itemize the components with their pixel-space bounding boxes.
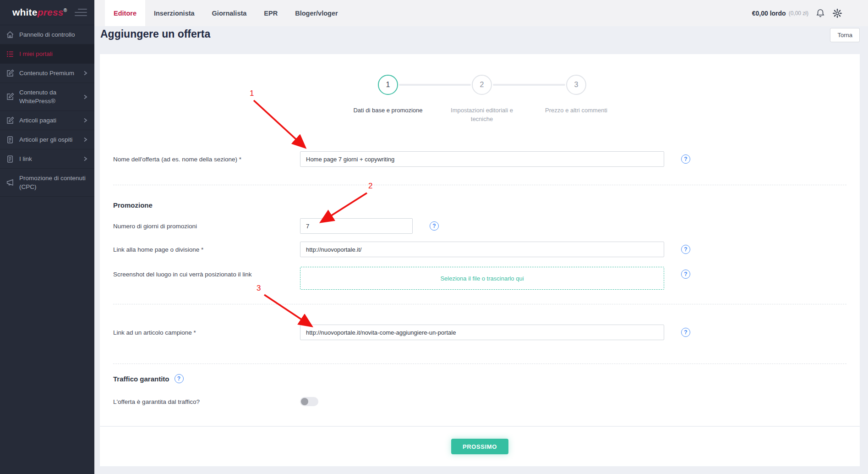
homepage-link-input[interactable] xyxy=(300,242,664,257)
question-mark: ? xyxy=(684,271,687,277)
help-icon[interactable]: ? xyxy=(681,270,690,279)
help-icon[interactable]: ? xyxy=(430,221,439,231)
step-1-label: Dati di base e promozione xyxy=(351,106,425,115)
sidebar-item-label: Articoli pagati xyxy=(19,116,78,125)
traffic-section-heading-row: Traffico garantito ? xyxy=(113,374,184,383)
sidebar: whitepress® Pannello di controllo I miei… xyxy=(0,0,94,474)
step-2-label: Impostazioni editoriali e tecniche xyxy=(445,106,519,123)
chevron-right-icon xyxy=(83,71,88,76)
dashed-separator xyxy=(113,304,846,304)
home-icon xyxy=(6,31,14,39)
sidebar-item-label: Pannello di controllo xyxy=(19,30,88,39)
sidebar-nav: Pannello di controllo I miei portali Con… xyxy=(0,25,94,197)
promo-section-heading: Promozione xyxy=(113,201,153,209)
offer-name-input[interactable] xyxy=(300,151,664,167)
form-footer: PROSSIMO xyxy=(100,427,860,466)
balance-secondary: (0,00 zł) xyxy=(789,10,808,17)
chevron-right-icon xyxy=(83,118,88,123)
sidebar-item-contenuto-da-whitepress[interactable]: Contenuto da WhitePress® xyxy=(0,83,94,111)
promo-days-label: Numero di giorni di promozioni xyxy=(113,223,197,230)
stepper-connector xyxy=(399,84,471,86)
whitepress-logo[interactable]: whitepress® xyxy=(12,7,67,18)
tab-giornalista[interactable]: Giornalista xyxy=(203,0,256,26)
edit-icon xyxy=(6,69,14,77)
logo-registered-mark: ® xyxy=(64,8,67,13)
homepage-link-label: Link alla home page o divisione * xyxy=(113,246,203,253)
chevron-right-icon xyxy=(83,94,88,99)
sidebar-item-label: I link xyxy=(19,154,78,163)
document-icon xyxy=(6,136,14,144)
logo-press-text: press xyxy=(38,7,64,17)
sidebar-item-contenuto-premium[interactable]: Contenuto Premium xyxy=(0,64,94,83)
balance-amount[interactable]: €0,00 lordo xyxy=(752,10,786,17)
promo-days-input[interactable] xyxy=(300,218,413,234)
offer-form-card: 1 2 3 Dati di base e promozione Impostaz… xyxy=(100,54,860,426)
dashed-separator xyxy=(113,364,846,364)
chevron-right-icon xyxy=(83,137,88,142)
question-mark: ? xyxy=(684,156,687,162)
top-navigation: Editore Inserzionista Giornalista EPR Bl… xyxy=(94,0,868,26)
step-number: 3 xyxy=(574,81,579,89)
page-title: Aggiungere un offerta xyxy=(100,28,210,40)
toggle-knob xyxy=(301,398,308,405)
tab-editore[interactable]: Editore xyxy=(105,0,145,26)
stepper-connector xyxy=(493,84,565,86)
sidebar-item-i-link[interactable]: I link xyxy=(0,149,94,169)
role-tabs: Editore Inserzionista Giornalista EPR Bl… xyxy=(105,0,347,26)
dropzone-text: Seleziona il file o trascinarlo qui xyxy=(440,275,524,282)
help-icon[interactable]: ? xyxy=(175,374,184,383)
logo-white-text: white xyxy=(12,7,38,17)
step-3-circle[interactable]: 3 xyxy=(566,75,586,95)
dashed-separator xyxy=(113,185,846,185)
traffic-toggle[interactable] xyxy=(300,397,318,406)
traffic-heading: Traffico garantito xyxy=(113,375,169,383)
sidebar-logo-row: whitepress® xyxy=(0,0,94,25)
help-icon[interactable]: ? xyxy=(681,245,690,254)
back-button[interactable]: Torna xyxy=(830,28,860,42)
sidebar-item-label: I miei portali xyxy=(19,50,88,58)
document-icon xyxy=(6,155,14,163)
question-mark: ? xyxy=(684,329,687,336)
sidebar-item-i-miei-portali[interactable]: I miei portali xyxy=(0,44,94,64)
edit-icon xyxy=(6,116,14,125)
tab-inserzionista[interactable]: Inserzionista xyxy=(145,0,203,26)
sidebar-item-promozione-di-contenuti-cpc[interactable]: Promozione di contenuti (CPC) xyxy=(0,169,94,197)
question-mark: ? xyxy=(432,223,436,229)
help-icon[interactable]: ? xyxy=(681,328,690,337)
screenshot-label: Screenshot del luogo in cui verrà posizi… xyxy=(113,271,251,278)
question-mark: ? xyxy=(684,246,687,253)
sidebar-item-label: Contenuto Premium xyxy=(19,69,78,77)
sidebar-item-pannello-di-controllo[interactable]: Pannello di controllo xyxy=(0,25,94,44)
sidebar-item-label: Articoli per gli ospiti xyxy=(19,135,78,144)
sample-article-input[interactable] xyxy=(300,325,664,340)
step-number: 2 xyxy=(480,81,484,89)
sidebar-item-articoli-pagati[interactable]: Articoli pagati xyxy=(0,111,94,130)
question-mark: ? xyxy=(177,375,180,382)
step-2-circle[interactable]: 2 xyxy=(472,75,492,95)
step-1-circle[interactable]: 1 xyxy=(378,75,398,95)
step-3-label: Prezzo e altri commenti xyxy=(540,106,613,115)
chevron-right-icon xyxy=(83,156,88,161)
bell-icon[interactable] xyxy=(815,8,825,18)
offer-name-label: Nome dell'offerta (ad es. nome della sez… xyxy=(113,156,241,163)
step-number: 1 xyxy=(386,81,390,89)
help-icon[interactable]: ? xyxy=(681,154,690,164)
list-icon xyxy=(6,50,14,58)
page-header: Aggiungere un offerta Torna xyxy=(94,26,868,46)
topbar-right-cluster: €0,00 lordo (0,00 zł) xyxy=(752,0,868,26)
traffic-toggle-label: L'offerta è garantita dal traffico? xyxy=(113,398,200,405)
gear-icon[interactable] xyxy=(832,8,842,18)
screenshot-dropzone[interactable]: Seleziona il file o trascinarlo qui xyxy=(300,267,664,290)
sidebar-item-label: Promozione di contenuti (CPC) xyxy=(19,174,88,191)
hamburger-menu-icon[interactable] xyxy=(75,9,87,16)
tab-bloger-vloger[interactable]: Bloger/vloger xyxy=(286,0,346,26)
next-button[interactable]: PROSSIMO xyxy=(451,439,508,454)
sidebar-item-articoli-per-gli-ospiti[interactable]: Articoli per gli ospiti xyxy=(0,130,94,149)
edit-icon xyxy=(6,93,14,101)
megaphone-icon xyxy=(6,178,14,187)
tab-epr[interactable]: EPR xyxy=(255,0,286,26)
sample-article-label: Link ad un articolo campione * xyxy=(113,329,196,336)
sidebar-item-label: Contenuto da WhitePress® xyxy=(19,88,78,105)
